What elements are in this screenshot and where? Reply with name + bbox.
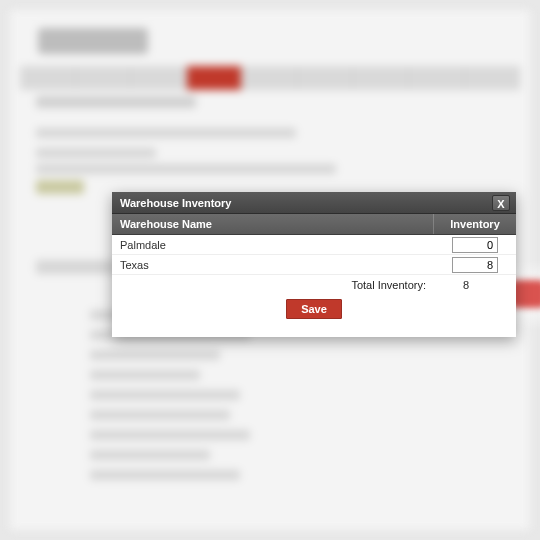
total-inventory-label: Total Inventory: [351,279,434,291]
table-row: Texas [112,255,516,275]
grid-body: Palmdale Texas Total Inventory: 8 Save [112,235,516,337]
dialog-actions: Save [112,295,516,337]
close-button[interactable]: X [492,195,510,211]
table-row: Palmdale [112,235,516,255]
total-inventory-value: 8 [434,279,516,291]
bg-logo [38,28,148,54]
column-header-warehouse-name: Warehouse Name [112,214,434,234]
dialog-titlebar: Warehouse Inventory X [112,192,516,214]
total-inventory-row: Total Inventory: 8 [112,275,516,295]
inventory-input[interactable] [452,237,498,253]
inventory-input[interactable] [452,257,498,273]
warehouse-inventory-dialog: Warehouse Inventory X Warehouse Name Inv… [112,192,516,337]
dialog-title: Warehouse Inventory [120,197,492,209]
save-button[interactable]: Save [286,299,342,319]
bg-tabs [20,66,520,90]
column-header-inventory: Inventory [434,214,516,234]
grid-header: Warehouse Name Inventory [112,214,516,235]
warehouse-name-cell: Texas [112,259,434,271]
warehouse-name-cell: Palmdale [112,239,434,251]
